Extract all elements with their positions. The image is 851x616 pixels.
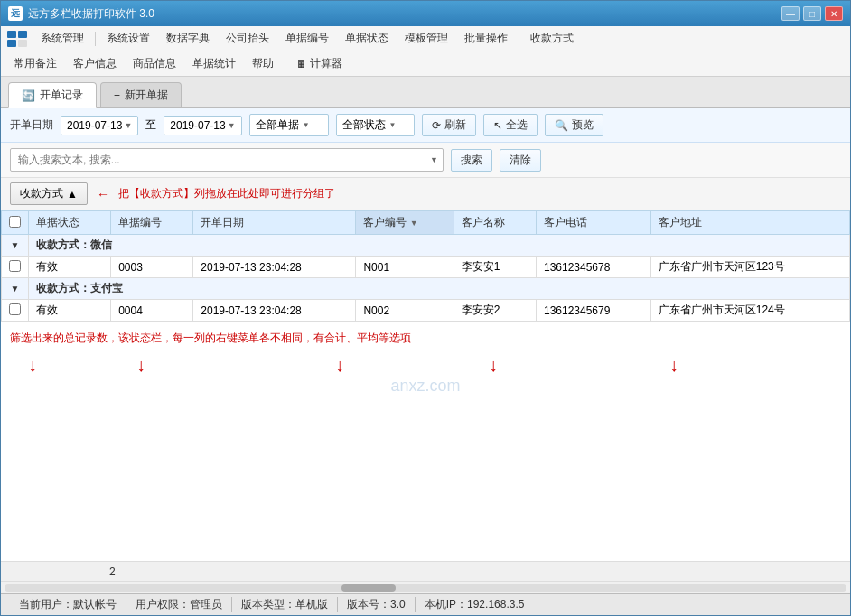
- maximize-button[interactable]: □: [803, 6, 821, 21]
- group-expand-1[interactable]: ▼: [2, 235, 29, 257]
- close-button[interactable]: ✕: [825, 6, 843, 21]
- th-customer-phone[interactable]: 客户电话: [536, 211, 650, 235]
- menu-batch-ops[interactable]: 批量操作: [457, 29, 515, 48]
- date-to-dropdown[interactable]: ▼: [228, 121, 236, 130]
- menu-company-header[interactable]: 公司抬头: [219, 29, 276, 48]
- th-doc-number[interactable]: 单据编号: [111, 211, 193, 235]
- row2-customer-name: 李安安2: [454, 300, 536, 322]
- minimize-button[interactable]: —: [781, 6, 800, 21]
- annotation-text: 筛选出来的总记录数，该状态栏，每一列的右键菜单各不相同，有合计、平均等选项: [10, 331, 841, 346]
- menu-data-dict[interactable]: 数据字典: [159, 29, 217, 48]
- hscroll-thumb[interactable]: [341, 584, 396, 592]
- date-from-input[interactable]: 2019-07-13 ▼: [61, 116, 138, 135]
- menu-doc-number[interactable]: 单据编号: [278, 29, 336, 48]
- select-all-checkbox[interactable]: [9, 216, 21, 228]
- group-btn-dropdown-icon: ▲: [67, 188, 78, 201]
- menu-doc-stats[interactable]: 单据统计: [185, 54, 243, 73]
- annotation-arrows-row: ↓ ↓ ↓ ↓ ↓: [10, 355, 841, 382]
- table-body: ▼ 收款方式：微信 有效 0003 2019-07-13 23:04:28 N0…: [2, 235, 850, 322]
- date-to-value: 2019-07-13: [170, 119, 225, 132]
- search-input[interactable]: [11, 150, 425, 170]
- search-bar: ▼ 搜索 清除: [1, 143, 850, 178]
- menu-bar-row1: 系统管理 系统设置 数据字典 公司抬头 单据编号 单据状态 模板管理 批量操作 …: [1, 26, 850, 51]
- search-button[interactable]: 搜索: [451, 149, 492, 172]
- preview-label: 预览: [572, 117, 594, 133]
- date-from-value: 2019-07-13: [67, 119, 122, 132]
- status-bar: 当前用户：默认帐号 用户权限：管理员 版本类型：单机版 版本号：3.0 本机IP…: [1, 593, 850, 615]
- table-row[interactable]: 有效 0003 2019-07-13 23:04:28 N001 李安安1 13…: [2, 257, 850, 278]
- date-to-input[interactable]: 2019-07-13 ▼: [164, 116, 241, 135]
- arrow-2: ↓: [136, 355, 145, 376]
- tab-bar: 🔄 开单记录 + 新开单据: [1, 77, 850, 108]
- doc-status-select[interactable]: 全部状态: [336, 114, 416, 136]
- group-expand-2[interactable]: ▼: [2, 278, 29, 300]
- menu-template-mgmt[interactable]: 模板管理: [397, 29, 455, 48]
- status-permission: 用户权限：管理员: [126, 597, 232, 612]
- group-area: 收款方式 ▲ ← 把【收款方式】列拖放在此处即可进行分组了: [1, 178, 850, 210]
- menu-help[interactable]: 帮助: [245, 54, 281, 73]
- refresh-button[interactable]: ⟳ 刷新: [422, 114, 476, 136]
- arrow-4: ↓: [489, 355, 498, 376]
- menu-payment-method[interactable]: 收款方式: [523, 29, 581, 48]
- menu-customer-info[interactable]: 客户信息: [66, 54, 124, 73]
- preview-button[interactable]: 🔍 预览: [545, 114, 603, 136]
- row1-doc-number: 0003: [111, 257, 193, 278]
- search-dropdown-button[interactable]: ▼: [425, 149, 443, 171]
- th-customer-code[interactable]: 客户编号 ▼: [356, 211, 454, 235]
- date-from-dropdown[interactable]: ▼: [124, 121, 132, 130]
- menu-calculator[interactable]: 🖩 计算器: [289, 54, 350, 73]
- menu-product-info[interactable]: 商品信息: [126, 54, 183, 73]
- title-bar-controls: — □ ✕: [781, 6, 843, 21]
- row2-checkbox-cell: [2, 300, 29, 322]
- customer-code-sort-icon: ▼: [410, 219, 418, 228]
- tab-open-record[interactable]: 🔄 开单记录: [8, 82, 97, 108]
- th-customer-name[interactable]: 客户名称: [454, 211, 536, 235]
- data-table: 单据状态 单据编号 开单日期 客户编号 ▼ 客户名称: [1, 210, 850, 322]
- table-row[interactable]: 有效 0004 2019-07-13 23:04:28 N002 李安安2 13…: [2, 300, 850, 322]
- menu-system-settings[interactable]: 系统设置: [99, 29, 157, 48]
- expand-icon-2: ▼: [11, 284, 20, 294]
- doc-type-select[interactable]: 全部单据: [249, 114, 329, 136]
- clear-button[interactable]: 清除: [500, 149, 541, 172]
- menu-sep1: [95, 32, 96, 46]
- status-version: 版本号：3.0: [338, 597, 416, 612]
- th-doc-status[interactable]: 单据状态: [29, 211, 111, 235]
- group-payment-method-button[interactable]: 收款方式 ▲: [10, 182, 88, 205]
- group-header-wechat[interactable]: ▼ 收款方式：微信: [2, 235, 850, 257]
- group-header-alipay-label: 收款方式：支付宝: [29, 278, 850, 300]
- menu-doc-status[interactable]: 单据状态: [338, 29, 396, 48]
- row1-checkbox-cell: [2, 257, 29, 278]
- search-btn-label: 搜索: [461, 153, 482, 168]
- menu-common-notes[interactable]: 常用备注: [6, 54, 64, 73]
- th-open-date[interactable]: 开单日期: [193, 211, 356, 235]
- row1-checkbox[interactable]: [9, 260, 21, 272]
- refresh-label: 刷新: [444, 117, 466, 133]
- hscroll-bar[interactable]: [1, 581, 850, 593]
- menu-system-mgmt[interactable]: 系统管理: [33, 29, 91, 48]
- search-input-wrapper: ▼: [10, 148, 444, 172]
- row2-doc-status: 有效: [29, 300, 111, 322]
- hscroll-track[interactable]: [5, 584, 846, 592]
- tab-new-doc-label: 新开单据: [125, 88, 168, 103]
- group-header-alipay[interactable]: ▼ 收款方式：支付宝: [2, 278, 850, 300]
- annotation-area: 筛选出来的总记录数，该状态栏，每一列的右键菜单各不相同，有合计、平均等选项 ↓ …: [1, 322, 850, 403]
- tab-new-doc-icon: +: [114, 89, 120, 102]
- th-customer-address[interactable]: 客户地址: [650, 211, 849, 235]
- group-hint-text: 把【收款方式】列拖放在此处即可进行分组了: [118, 186, 335, 201]
- status-version-type: 版本类型：单机版: [232, 597, 338, 612]
- th-checkbox: [2, 211, 29, 235]
- doc-status-value: 全部状态: [342, 117, 386, 133]
- expand-icon-1: ▼: [11, 240, 20, 250]
- tab-new-doc[interactable]: + 新开单据: [100, 82, 182, 107]
- select-all-button[interactable]: ↖ 全选: [483, 114, 538, 136]
- content-area: 开单日期 2019-07-13 ▼ 至 2019-07-13 ▼ 全部单据 全部…: [1, 108, 850, 615]
- table-container: anxz.com 单据状态 单据编号: [1, 210, 850, 561]
- total-count: 2: [109, 565, 116, 578]
- svg-rect-0: [7, 31, 16, 38]
- row2-checkbox[interactable]: [9, 303, 21, 315]
- tab-open-record-icon: 🔄: [22, 89, 35, 102]
- doc-type-value: 全部单据: [256, 117, 299, 133]
- menu-sep2: [519, 32, 519, 46]
- row1-doc-status: 有效: [29, 257, 111, 278]
- title-bar: 远 远方多栏收据打印软件 3.0 — □ ✕: [1, 1, 850, 26]
